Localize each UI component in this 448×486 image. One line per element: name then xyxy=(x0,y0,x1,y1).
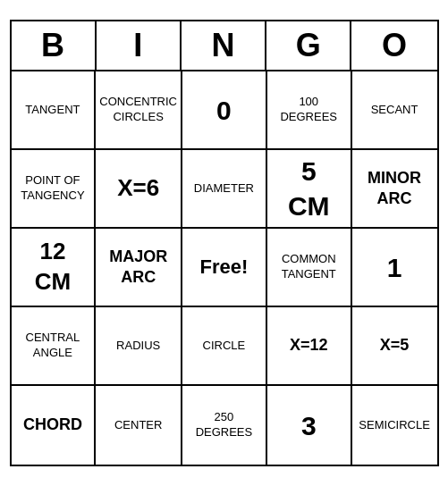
cell-text: CIRCLE xyxy=(203,339,246,354)
cell-text: CENTER xyxy=(114,418,162,433)
cell-text: COMMON TANGENT xyxy=(282,252,336,282)
cell-text: 250 DEGREES xyxy=(196,410,253,440)
bingo-cell: MAJOR ARC xyxy=(96,229,182,307)
cell-text: SECANT xyxy=(371,103,418,118)
bingo-grid: TANGENTCONCENTRIC CIRCLES0100 DEGREESSEC… xyxy=(12,71,437,465)
bingo-cell: RADIUS xyxy=(96,307,182,386)
cell-text: 0 xyxy=(216,93,232,128)
bingo-cell: CENTER xyxy=(96,386,182,465)
bingo-cell: 100 DEGREES xyxy=(267,71,352,150)
bingo-header-letter: B xyxy=(12,21,97,70)
bingo-cell: 3 xyxy=(267,386,352,465)
bingo-header: BINGO xyxy=(12,21,437,71)
cell-text: 1 xyxy=(387,250,402,285)
bingo-cell: 0 xyxy=(182,71,267,150)
cell-text: 100 DEGREES xyxy=(280,95,337,125)
bingo-cell: CIRCLE xyxy=(182,307,267,386)
cell-text: POINT OF TANGENCY xyxy=(21,173,84,204)
bingo-cell: X=5 xyxy=(352,307,437,386)
cell-text: MINOR ARC xyxy=(368,168,421,210)
bingo-header-letter: I xyxy=(97,21,182,70)
cell-text: X=5 xyxy=(380,335,410,356)
bingo-header-letter: N xyxy=(182,21,266,70)
bingo-cell: SEMICIRCLE xyxy=(352,386,437,465)
bingo-cell: CENTRAL ANGLE xyxy=(12,307,97,386)
bingo-cell: POINT OF TANGENCY xyxy=(12,150,97,229)
bingo-cell: 5 CM xyxy=(267,150,352,229)
cell-text: 12 CM xyxy=(35,237,71,297)
bingo-header-letter: O xyxy=(351,21,436,70)
cell-text: X=12 xyxy=(290,335,328,356)
cell-text: DIAMETER xyxy=(194,181,254,197)
bingo-cell: CONCENTRIC CIRCLES xyxy=(96,71,182,150)
bingo-cell: CHORD xyxy=(12,386,97,465)
bingo-cell: 12 CM xyxy=(12,229,97,307)
bingo-cell: SECANT xyxy=(352,71,437,150)
cell-text: SEMICIRCLE xyxy=(359,418,429,433)
cell-text: Free! xyxy=(200,255,249,281)
bingo-cell: MINOR ARC xyxy=(352,150,437,229)
cell-text: X=6 xyxy=(117,173,159,204)
cell-text: CENTRAL ANGLE xyxy=(26,331,80,361)
bingo-cell: Free! xyxy=(182,229,267,307)
cell-text: RADIUS xyxy=(116,339,160,354)
cell-text: 3 xyxy=(301,408,317,443)
bingo-cell: COMMON TANGENT xyxy=(267,229,352,307)
cell-text: CHORD xyxy=(23,415,82,435)
bingo-cell: X=6 xyxy=(96,150,182,229)
cell-text: 5 CM xyxy=(288,154,330,223)
cell-text: TANGENT xyxy=(25,103,80,118)
bingo-header-letter: G xyxy=(266,21,351,70)
bingo-cell: X=12 xyxy=(267,307,352,386)
bingo-cell: TANGENT xyxy=(12,71,97,150)
cell-text: MAJOR ARC xyxy=(109,247,167,289)
bingo-cell: 1 xyxy=(352,229,437,307)
bingo-cell: DIAMETER xyxy=(182,150,267,229)
bingo-cell: 250 DEGREES xyxy=(182,386,267,465)
cell-text: CONCENTRIC CIRCLES xyxy=(99,95,177,125)
bingo-card: BINGO TANGENTCONCENTRIC CIRCLES0100 DEGR… xyxy=(10,20,439,466)
